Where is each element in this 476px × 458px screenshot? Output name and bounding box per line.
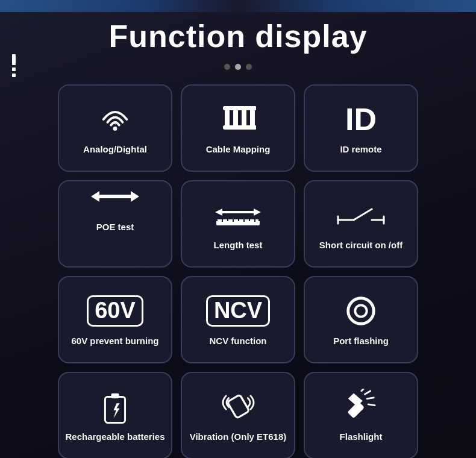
battery-icon: [102, 389, 128, 425]
card-port-flashing[interactable]: Port flashing: [304, 276, 418, 363]
svg-rect-11: [222, 219, 223, 222]
short-circuit-icon: [337, 197, 385, 233]
svg-rect-16: [249, 218, 250, 221]
svg-rect-5: [223, 106, 256, 110]
card-60v[interactable]: 60V 60V prevent burning: [58, 276, 172, 363]
svg-rect-18: [258, 218, 260, 221]
svg-rect-1: [225, 108, 230, 127]
card-id-remote[interactable]: ID ID remote: [304, 84, 418, 172]
pagination-dot-2[interactable]: [235, 64, 241, 70]
analog-digital-label: Analog/Dightal: [83, 143, 147, 155]
card-flashlight[interactable]: Flashlight: [304, 372, 418, 458]
svg-line-20: [354, 209, 372, 220]
card-vibration[interactable]: Vibration (Only ET618): [181, 372, 295, 458]
vibration-label: Vibration (Only ET618): [190, 431, 287, 443]
ncv-icon: NCV: [206, 293, 270, 329]
svg-marker-8: [215, 209, 261, 216]
poe-arrows-icon-v2: [91, 179, 139, 215]
svg-rect-28: [227, 395, 249, 418]
card-ncv[interactable]: NCV NCV function: [181, 276, 295, 363]
id-remote-label: ID remote: [340, 143, 381, 155]
card-poe-test[interactable]: POE test: [58, 180, 172, 268]
cable-mapping-icon: [220, 101, 256, 137]
60v-icon: 60V: [87, 293, 143, 329]
svg-rect-6: [223, 125, 256, 130]
sidebar-dot-1: [12, 54, 16, 65]
port-flash-icon: [343, 293, 378, 329]
id-text-icon: ID: [345, 101, 377, 137]
pagination-dot-1[interactable]: [224, 64, 230, 70]
svg-rect-10: [216, 218, 218, 221]
sidebar: [12, 54, 16, 77]
svg-line-33: [362, 389, 364, 391]
main-content: Function display: [0, 0, 476, 458]
vibration-icon: [219, 389, 258, 425]
svg-point-24: [348, 298, 374, 324]
svg-rect-17: [254, 219, 255, 222]
card-analog-digital[interactable]: Analog/Dightal: [58, 84, 172, 172]
svg-line-34: [368, 404, 375, 406]
svg-rect-15: [243, 219, 245, 222]
sidebar-dot-2: [12, 67, 16, 71]
card-cable-mapping[interactable]: Cable Mapping: [181, 84, 295, 172]
wifi-signal-icon: [98, 101, 133, 137]
pagination: [224, 64, 252, 70]
svg-rect-4: [250, 108, 255, 127]
function-grid: Analog/Dightal Cable Mapping: [52, 84, 424, 458]
svg-point-0: [113, 127, 117, 131]
svg-line-32: [367, 398, 374, 399]
pagination-dot-3[interactable]: [246, 64, 252, 70]
flashlight-label: Flashlight: [340, 431, 383, 443]
svg-rect-13: [233, 219, 234, 222]
svg-marker-7: [91, 191, 139, 202]
cable-mapping-label: Cable Mapping: [206, 143, 271, 155]
length-ruler-icon: [214, 197, 262, 233]
svg-rect-14: [238, 218, 239, 221]
svg-line-31: [365, 391, 370, 394]
port-flashing-label: Port flashing: [333, 335, 389, 347]
svg-rect-27: [111, 393, 119, 398]
svg-rect-12: [227, 218, 228, 221]
svg-rect-2: [233, 108, 238, 127]
poe-test-label: POE test: [96, 221, 134, 233]
rechargeable-label: Rechargeable batteries: [65, 431, 164, 443]
page-title: Function display: [108, 18, 367, 54]
ncv-label: NCV function: [210, 335, 267, 347]
length-test-label: Length test: [214, 239, 263, 251]
short-circuit-label: Short circuit on /off: [319, 239, 402, 251]
svg-rect-3: [242, 108, 246, 127]
svg-point-25: [355, 305, 366, 316]
flashlight-icon: [341, 389, 381, 425]
card-short-circuit[interactable]: Short circuit on /off: [304, 180, 418, 268]
card-rechargeable[interactable]: Rechargeable batteries: [58, 372, 172, 458]
card-length-test[interactable]: Length test: [181, 180, 295, 268]
sidebar-dot-3: [12, 74, 16, 77]
60v-label: 60V prevent burning: [71, 335, 158, 347]
